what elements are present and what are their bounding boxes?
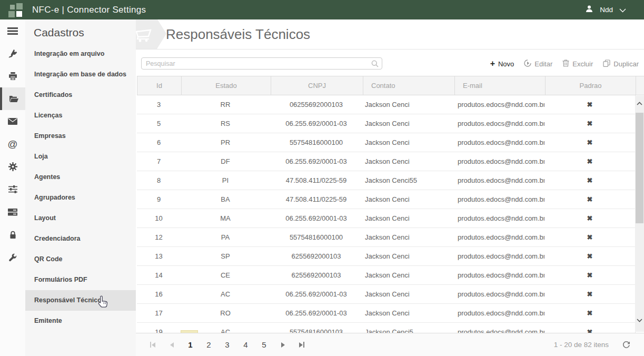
column-header-padrao[interactable]: Padrao xyxy=(545,76,636,95)
cell-padrao: ✖ xyxy=(544,247,635,265)
table-row[interactable]: 5RS06.255.692/0001-03Jackson Cenciprodut… xyxy=(137,114,644,133)
column-header-cnpj[interactable]: CNPJ xyxy=(271,76,363,95)
vertical-scrollbar[interactable] xyxy=(635,96,644,332)
sidebar-item-qr-code[interactable]: QR Code xyxy=(25,249,136,270)
table-row[interactable]: 13SP6255692000103Jackson Cenciprodutos.e… xyxy=(137,247,644,266)
sidebar-item-integracao-em-base-de-dados[interactable]: Integração em base de dados xyxy=(25,64,136,85)
cell-email: produtos.edocs@ndd.com.br xyxy=(454,209,544,228)
app-title: NFC-e | Connector Settings xyxy=(32,5,146,15)
printer-icon xyxy=(8,72,17,81)
last-page-button[interactable] xyxy=(292,339,311,351)
table-row[interactable]: 6PR55754816000100Jackson Cenciprodutos.e… xyxy=(137,133,644,152)
scroll-down-button[interactable] xyxy=(635,315,644,325)
sidebar-item-licencas[interactable]: Licenças xyxy=(25,105,136,126)
table-row[interactable]: 7DF06.255.692/0001-03Jackson Cenciprodut… xyxy=(137,152,644,171)
not-default-x-icon: ✖ xyxy=(587,290,593,298)
novo-button[interactable]: + Novo xyxy=(490,60,514,68)
cell-estado: PI xyxy=(181,171,270,190)
rail-item-tools[interactable] xyxy=(0,246,25,269)
sidebar-item-responsavel-tecnico[interactable]: Responsável Técnico xyxy=(25,290,136,311)
search-input[interactable] xyxy=(142,58,382,69)
rail-item-preferences[interactable] xyxy=(0,178,25,201)
sidebar-heading: Cadastros xyxy=(25,19,136,39)
gear-icon xyxy=(8,162,17,171)
page-number-4[interactable]: 4 xyxy=(236,340,255,349)
page-number-1[interactable]: 1 xyxy=(181,340,200,349)
sidebar-item-emitente[interactable]: Emitente xyxy=(25,311,136,331)
action-toolbar: + Novo Editar Excluir Duplicar xyxy=(490,57,639,70)
page-number-2[interactable]: 2 xyxy=(200,340,218,349)
cell-contato: Jackson Cenci xyxy=(362,95,454,114)
user-menu[interactable]: Ndd xyxy=(585,5,626,15)
cell-padrao: ✖ xyxy=(544,266,635,284)
sidebar-item-formularios-pdf[interactable]: Formulários PDF xyxy=(25,270,136,290)
table-row[interactable]: 17RO06.255.692/0001-03Jackson Cenciprodu… xyxy=(137,304,644,323)
sidebar-item-loja[interactable]: Loja xyxy=(25,146,136,167)
cell-padrao: ✖ xyxy=(544,285,635,303)
column-header-contato[interactable]: Contato xyxy=(363,76,454,95)
rail-item-integrations[interactable] xyxy=(0,42,25,65)
at-sign-icon: @ xyxy=(7,139,17,150)
sidebar-item-integracao-em-arquivo[interactable]: Integração em arquivo xyxy=(25,44,136,64)
editar-button[interactable]: Editar xyxy=(524,60,552,68)
excluir-button[interactable]: Excluir xyxy=(562,60,593,68)
sidebar-nav-list: Integração em arquivoIntegração em base … xyxy=(25,44,136,331)
rail-item-print[interactable] xyxy=(0,65,25,87)
menu-toggle-button[interactable] xyxy=(0,19,25,42)
chevron-down-icon xyxy=(637,319,642,322)
sidebar-item-credenciadora[interactable]: Credenciadora xyxy=(25,229,136,249)
scrollbar-thumb[interactable] xyxy=(636,113,643,223)
table-row[interactable]: 12PA55754816000100Jackson Cenciprodutos.… xyxy=(137,228,644,247)
next-page-button[interactable] xyxy=(273,339,292,351)
cell-estado: DF xyxy=(181,152,270,171)
cell-cnpj: 06255692000103 xyxy=(270,95,362,114)
column-header-estado[interactable]: Estado xyxy=(181,76,271,95)
duplicar-button[interactable]: Duplicar xyxy=(603,60,639,68)
sidebar-item-empresas[interactable]: Empresas xyxy=(25,126,136,146)
app-window: NFC-e | Connector Settings Ndd @ xyxy=(0,0,644,356)
rail-item-at[interactable]: @ xyxy=(0,133,25,155)
rail-item-mail[interactable] xyxy=(0,110,25,133)
page-number-3[interactable]: 3 xyxy=(218,340,236,349)
column-header-id[interactable]: Id xyxy=(137,76,181,95)
cell-email: produtos.edocs@ndd.com.br xyxy=(454,114,544,133)
rail-item-cadastros[interactable] xyxy=(0,87,25,110)
cell-id: 17 xyxy=(137,304,181,322)
main-content: Responsáveis Técnicos + Novo Editar xyxy=(136,19,644,356)
table-row[interactable]: 10MA06.255.692/0001-03Jackson Cenciprodu… xyxy=(137,209,644,228)
table-row[interactable]: 16AC06.255.692/0001-03Jackson Cenciprodu… xyxy=(137,285,644,304)
first-page-button[interactable] xyxy=(143,339,162,351)
cell-email: produtos.edocs@ndd.com.br xyxy=(454,133,544,152)
rail-item-security[interactable] xyxy=(0,223,25,246)
last-page-icon xyxy=(299,342,303,348)
column-header-email[interactable]: E-mail xyxy=(454,76,545,95)
rail-item-database[interactable] xyxy=(0,201,25,223)
duplicate-icon xyxy=(603,60,610,68)
sidebar-item-agentes[interactable]: Agentes xyxy=(25,167,136,187)
cell-id: 7 xyxy=(137,152,181,171)
page-number-5[interactable]: 5 xyxy=(255,340,273,349)
cell-padrao: ✖ xyxy=(544,95,635,114)
table-row[interactable]: 9BA47.508.411/0225-59Jackson Cenciprodut… xyxy=(137,190,644,209)
editar-button-label: Editar xyxy=(534,60,552,68)
cell-estado: RO xyxy=(181,304,270,322)
cell-contato: Jackson Cenci xyxy=(362,133,454,152)
sidebar-item-agrupadores[interactable]: Agrupadores xyxy=(25,187,136,208)
table-row[interactable]: 8PI47.508.411/0225-59Jackson Cenci55prod… xyxy=(137,171,644,190)
not-default-x-icon: ✖ xyxy=(587,309,593,317)
search-icon[interactable] xyxy=(371,60,379,70)
sidebar-item-certificados[interactable]: Certificados xyxy=(25,85,136,105)
scroll-up-button[interactable] xyxy=(635,98,644,108)
refresh-button[interactable] xyxy=(622,341,630,349)
cell-contato: Jackson Cenci xyxy=(362,304,454,322)
previous-page-button[interactable] xyxy=(162,339,181,351)
grid-header-row: Id Estado CNPJ Contato E-mail Padrao xyxy=(137,76,644,95)
cell-cnpj: 06.255.692/0001-03 xyxy=(270,114,362,133)
rail-item-settings[interactable] xyxy=(0,155,25,178)
table-row[interactable]: 14CE6255692000103Jackson Cenciprodutos.e… xyxy=(137,266,644,285)
novo-button-label: Novo xyxy=(498,60,514,68)
table-row[interactable]: 3RR06255692000103Jackson Cenciprodutos.e… xyxy=(137,95,644,114)
cell-cnpj: 6255692000103 xyxy=(270,266,362,284)
data-grid: Id Estado CNPJ Contato E-mail Padrao 3RR… xyxy=(137,76,644,342)
sidebar-item-layout[interactable]: Layout xyxy=(25,208,136,229)
